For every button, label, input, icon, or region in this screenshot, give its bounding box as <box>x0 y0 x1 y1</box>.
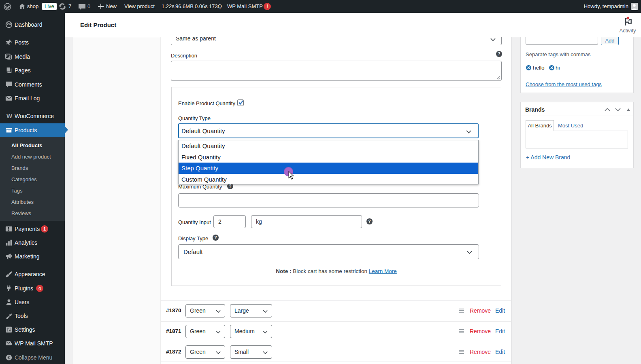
svg-text:W: W <box>6 112 13 119</box>
